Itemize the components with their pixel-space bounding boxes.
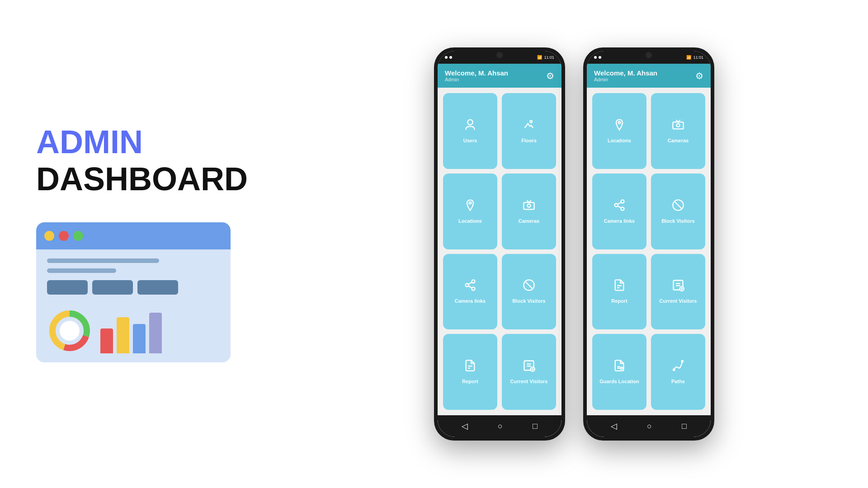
phone1-settings-icon[interactable]: ⚙ [546, 70, 554, 81]
illus-btn-2 [92, 280, 133, 295]
svg-rect-5 [524, 202, 534, 209]
location-icon-2 [613, 118, 626, 134]
phone2-recent-icon[interactable]: □ [682, 422, 687, 431]
phone2-home-icon[interactable]: ○ [647, 422, 652, 431]
bar-4 [149, 313, 162, 353]
svg-point-22 [621, 200, 624, 203]
phone1-inner: 📶 11:01 Welcome, M. Ahsan Admin ⚙ [438, 51, 561, 437]
svg-point-6 [528, 204, 531, 207]
svg-point-7 [472, 280, 475, 283]
camera-icon-1 [523, 199, 535, 215]
phone-1: 📶 11:01 Welcome, M. Ahsan Admin ⚙ [434, 47, 565, 441]
phone2-card-current-visitors[interactable]: Current Visitors [651, 254, 705, 330]
camera-links-icon-1 [464, 279, 476, 295]
phone1-recent-icon[interactable]: □ [533, 422, 538, 431]
left-section: ADMIN DASHBOARD [0, 99, 280, 389]
phone2-card-camera-links[interactable]: Camera links [592, 174, 646, 249]
phone2-card-camera-links-label: Camera links [604, 218, 635, 224]
phone2-card-current-visitors-label: Current Visitors [660, 298, 697, 304]
svg-point-24 [621, 207, 624, 210]
phone2-card-locations-label: Locations [608, 138, 631, 144]
phone1-card-floors-label: Floors [521, 138, 537, 144]
illus-line-2 [47, 268, 116, 273]
phone1-card-report-label: Report [462, 379, 478, 385]
svg-point-35 [673, 369, 675, 371]
title-admin: ADMIN [36, 126, 244, 158]
svg-point-23 [615, 203, 618, 206]
svg-point-4 [469, 202, 472, 204]
phone1-card-users-label: Users [463, 138, 477, 144]
phone2-card-locations[interactable]: Locations [592, 93, 646, 169]
current-visitors-icon-1 [523, 359, 535, 375]
phone1-back-icon[interactable]: ◁ [462, 421, 468, 431]
camera-icon-2 [672, 118, 684, 134]
phone2-card-report[interactable]: Report [592, 254, 646, 330]
phone2-grid: Locations Cameras [587, 88, 711, 415]
dot-red [59, 231, 69, 241]
phone1-status-time: 📶 11:01 [537, 55, 554, 60]
phone1-card-current-visitors[interactable]: Current Visitors [502, 334, 556, 410]
phone1-header-text: Welcome, M. Ahsan Admin [445, 69, 508, 82]
phone2-card-report-label: Report [611, 298, 627, 304]
phone2-card-paths[interactable]: Paths [651, 334, 705, 410]
svg-rect-20 [673, 122, 683, 129]
svg-point-3 [530, 120, 532, 122]
phone1-card-block-visitors-label: Block Visitors [512, 298, 545, 304]
phone2-card-block-visitors[interactable]: Block Visitors [651, 174, 705, 249]
illus-line-1 [47, 258, 159, 263]
phone1-camera [496, 52, 503, 58]
illus-btn-1 [47, 280, 88, 295]
phone2-settings-icon[interactable]: ⚙ [695, 70, 703, 81]
phone1-card-floors[interactable]: Floors [502, 93, 556, 169]
current-visitors-icon-2 [672, 279, 684, 295]
block-icon-1 [523, 279, 535, 295]
title-dashboard: DASHBOARD [36, 163, 244, 195]
dot-green [73, 231, 83, 241]
illus-buttons [47, 280, 220, 295]
donut-chart [47, 308, 92, 353]
phone2-card-cameras-label: Cameras [668, 138, 689, 144]
svg-point-8 [466, 284, 469, 287]
bar-2 [117, 317, 129, 353]
phone1-card-report[interactable]: Report [443, 334, 497, 410]
phone1-home-icon[interactable]: ○ [498, 422, 503, 431]
phone2-header: Welcome, M. Ahsan Admin ⚙ [587, 64, 711, 88]
bar-chart [100, 313, 162, 353]
guards-icon [613, 359, 626, 375]
phone2-card-guards[interactable]: Guards Location [592, 334, 646, 410]
phone1-status-left [445, 56, 452, 59]
phone2-welcome: Welcome, M. Ahsan [594, 69, 657, 77]
floors-icon [523, 118, 535, 134]
camera-links-icon-2 [613, 199, 626, 215]
users-icon [464, 118, 476, 134]
phone1-card-cameras[interactable]: Cameras [502, 174, 556, 249]
phone1-header: Welcome, M. Ahsan Admin ⚙ [438, 64, 561, 88]
phone2-card-cameras[interactable]: Cameras [651, 93, 705, 169]
phone2-card-paths-label: Paths [671, 379, 685, 385]
phone2-status-time: 📶 11:01 [686, 55, 703, 60]
phone2-back-icon[interactable]: ◁ [611, 421, 617, 431]
phone1-grid: Users Floors [438, 88, 561, 415]
report-icon-2 [613, 279, 626, 295]
phone1-card-current-visitors-label: Current Visitors [510, 379, 548, 385]
svg-point-21 [677, 123, 680, 127]
phone1-welcome: Welcome, M. Ahsan [445, 69, 508, 77]
phone2-card-block-visitors-label: Block Visitors [661, 218, 694, 224]
phone2-role: Admin [594, 77, 657, 82]
illus-charts [36, 308, 173, 353]
illus-btn-3 [137, 280, 178, 295]
phone1-card-camera-links-label: Camera links [455, 298, 486, 304]
phone2-header-text: Welcome, M. Ahsan Admin [594, 69, 657, 82]
dashboard-illustration [36, 222, 231, 362]
phone1-card-camera-links[interactable]: Camera links [443, 254, 497, 330]
phone2-camera [646, 52, 652, 58]
phone1-card-locations-label: Locations [458, 218, 482, 224]
phone1-card-locations[interactable]: Locations [443, 174, 497, 249]
phone1-card-users[interactable]: Users [443, 93, 497, 169]
illus-body [36, 249, 231, 304]
phone1-card-block-visitors[interactable]: Block Visitors [502, 254, 556, 330]
svg-point-9 [472, 287, 475, 291]
svg-point-19 [618, 122, 621, 124]
bar-1 [100, 328, 113, 353]
phones-section: 📶 11:01 Welcome, M. Ahsan Admin ⚙ [280, 29, 868, 459]
